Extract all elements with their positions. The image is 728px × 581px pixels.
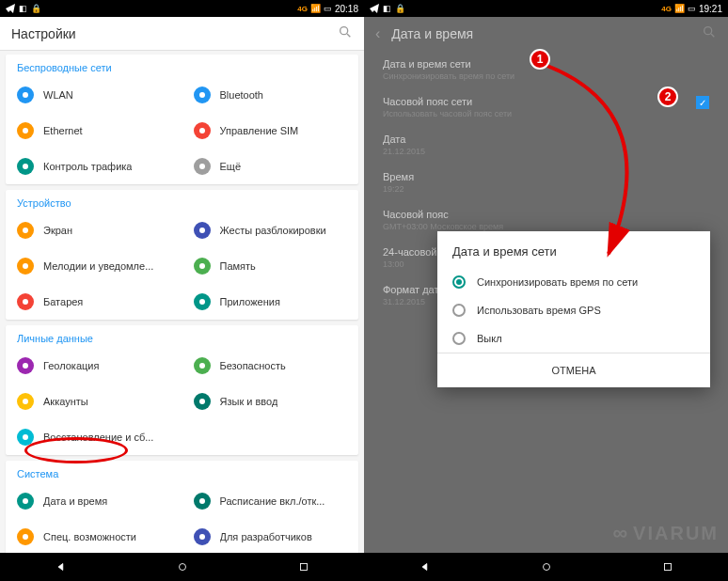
annotation-badge-2: 2: [657, 86, 678, 107]
svg-rect-29: [664, 564, 671, 571]
settings-item[interactable]: Приложения: [182, 284, 359, 320]
settings-item[interactable]: Язык и ввод: [182, 384, 359, 419]
item-label: Мелодии и уведомле...: [43, 260, 153, 272]
page-title: Настройки: [11, 26, 76, 41]
item-label: Аккаунты: [43, 396, 88, 407]
settings-item[interactable]: Мелодии и уведомле...: [6, 248, 182, 284]
item-icon: [17, 357, 34, 374]
option-label: Выкл: [477, 333, 502, 344]
radio-icon: [452, 304, 466, 317]
item-label: Экран: [43, 225, 72, 236]
back-button[interactable]: [53, 558, 70, 575]
settings-item[interactable]: WLAN: [6, 77, 182, 113]
item-icon: [194, 158, 211, 175]
section-title: Личные данные: [6, 325, 358, 348]
svg-point-24: [179, 564, 185, 571]
settings-item[interactable]: Для разработчиков: [182, 519, 359, 553]
home-button[interactable]: [538, 558, 555, 575]
item-label: Память: [220, 260, 256, 272]
item-icon: [194, 357, 211, 374]
item-label: Геолокация: [43, 360, 99, 371]
svg-point-9: [199, 228, 205, 233]
lock-icon: 🔒: [31, 4, 41, 13]
settings-item[interactable]: Экран: [6, 212, 182, 248]
datetime-row[interactable]: Дата21.12.2015: [364, 126, 728, 164]
nav-bar: [0, 553, 364, 581]
datetime-dialog: Дата и время сети Синхронизировать время…: [437, 231, 710, 387]
battery-icon: ▭: [688, 4, 696, 13]
item-icon: [17, 493, 34, 510]
item-label: Ещё: [220, 161, 242, 172]
settings-item[interactable]: Безопасность: [182, 348, 359, 384]
back-button[interactable]: [417, 558, 434, 575]
settings-item[interactable]: Батарея: [6, 284, 182, 320]
datetime-row[interactable]: Время19:22: [364, 164, 728, 201]
settings-item[interactable]: Жесты разблокировки: [182, 212, 359, 248]
svg-point-11: [199, 263, 205, 269]
section-title: Беспроводные сети: [6, 55, 358, 77]
dialog-option[interactable]: Синхронизировать время по сети: [437, 268, 710, 296]
item-label: Bluetooth: [220, 89, 263, 101]
svg-line-27: [711, 34, 714, 37]
checkbox-icon[interactable]: [696, 96, 709, 109]
dialog-option[interactable]: Выкл: [437, 324, 710, 353]
row-subtitle: GMT+03:00 Московское время: [383, 222, 709, 231]
settings-item[interactable]: Расписание вкл./отк...: [182, 483, 359, 519]
settings-item[interactable]: Аккаунты: [6, 384, 182, 419]
row-subtitle: 21.12.2015: [383, 147, 709, 156]
telegram-icon: [370, 4, 379, 13]
signal-icon: 📶: [310, 4, 321, 13]
item-icon: [17, 393, 34, 410]
settings-item[interactable]: Ещё: [182, 149, 359, 184]
svg-point-14: [23, 363, 28, 369]
recent-button[interactable]: [295, 558, 312, 575]
search-icon[interactable]: [702, 24, 717, 43]
dialog-option[interactable]: Использовать время GPS: [437, 296, 710, 324]
radio-icon: [452, 332, 466, 345]
status-time: 19:21: [699, 4, 722, 14]
dialog-cancel-button[interactable]: ОТМЕНА: [437, 353, 710, 387]
svg-point-21: [23, 534, 28, 540]
settings-item[interactable]: Ethernet: [6, 113, 182, 149]
lock-icon: 🔒: [395, 4, 405, 13]
status-time: 20:18: [335, 4, 358, 14]
svg-point-28: [543, 564, 549, 571]
row-title: Часовой пояс: [383, 209, 709, 220]
home-button[interactable]: [174, 558, 191, 575]
nav-bar: [364, 553, 728, 581]
svg-point-8: [23, 228, 28, 233]
settings-content: Беспроводные сетиWLANBluetoothEthernetУп…: [0, 51, 364, 553]
item-icon: [194, 393, 211, 410]
settings-item[interactable]: Дата и время: [6, 483, 182, 519]
annotation-circle: [24, 437, 128, 463]
signal-icon: 📶: [674, 4, 685, 13]
settings-item[interactable]: Управление SIM: [182, 113, 359, 149]
item-icon: [17, 293, 34, 310]
svg-point-10: [23, 263, 28, 269]
svg-point-5: [199, 128, 205, 133]
settings-item[interactable]: Bluetooth: [182, 77, 359, 113]
search-icon[interactable]: [338, 24, 353, 43]
notification-icon: ◧: [19, 4, 27, 13]
settings-item[interactable]: Контроль трафика: [6, 149, 182, 184]
svg-point-19: [23, 498, 28, 504]
battery-icon: ▭: [324, 4, 332, 13]
svg-rect-25: [300, 564, 307, 571]
settings-item[interactable]: Память: [182, 248, 359, 284]
status-bar: ◧ 🔒 4G 📶 ▭ 20:18: [0, 0, 364, 17]
item-label: Контроль трафика: [43, 161, 132, 172]
recent-button[interactable]: [659, 558, 676, 575]
svg-point-15: [199, 363, 205, 369]
notification-icon: ◧: [383, 4, 391, 13]
back-icon[interactable]: ‹: [375, 25, 380, 42]
item-icon: [194, 122, 211, 139]
item-icon: [17, 258, 34, 275]
settings-item[interactable]: Геолокация: [6, 348, 182, 384]
settings-item[interactable]: Спец. возможности: [6, 519, 182, 553]
svg-point-12: [23, 299, 28, 305]
item-icon: [194, 493, 211, 510]
annotation-badge-1: 1: [530, 49, 550, 70]
svg-point-7: [199, 164, 205, 169]
svg-point-0: [340, 26, 348, 34]
item-label: Ethernet: [43, 125, 83, 136]
